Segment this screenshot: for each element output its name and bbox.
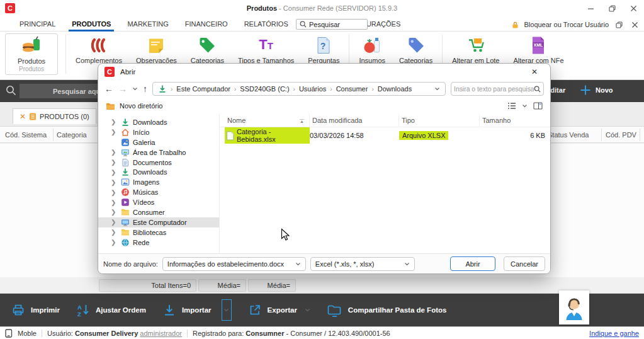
- up-icon[interactable]: ↑: [143, 84, 147, 94]
- expand-chevron-icon[interactable]: ❯: [111, 229, 117, 236]
- tree-item-label: Imagens: [133, 178, 159, 186]
- menu-tab-produtos[interactable]: PRODUTOS: [64, 17, 119, 32]
- file-row[interactable]: Categoria - Bebidas.xlsx03/03/2026 14:58…: [220, 127, 550, 139]
- app-window: C Produtos - Consumer Rede (SERVIDOR) 15…: [0, 0, 644, 339]
- tree-item-label: Galeria: [133, 139, 155, 146]
- dialog-close-icon[interactable]: ✕: [525, 67, 544, 76]
- importar-button[interactable]: Importar: [162, 303, 212, 317]
- ribbon-button-alterar-com-nfe[interactable]: XMLAlterar com NFe: [506, 33, 570, 64]
- tree-item-músicas[interactable]: ❯Músicas: [98, 187, 219, 197]
- ribbon-button-tipos-e-tamanhos[interactable]: TTTipos e Tamanhos: [231, 33, 301, 64]
- maximize-icon[interactable]: [601, 0, 623, 17]
- menu-tab-marketing[interactable]: MARKETING: [119, 17, 176, 32]
- tree-item-imagens[interactable]: ❯Imagens: [98, 177, 219, 187]
- ribbon-button-categorias[interactable]: Categorias: [184, 33, 231, 64]
- tree-item-este-computador[interactable]: ❯Este Computador: [98, 217, 219, 227]
- tree-item-label: Início: [133, 129, 149, 136]
- tree-item-vídeos[interactable]: ❯Vídeos: [98, 197, 219, 207]
- expand-chevron-icon[interactable]: ❯: [111, 239, 117, 246]
- expand-chevron-icon[interactable]: ❯: [111, 118, 117, 125]
- ribbon-search-input[interactable]: Pesquisar: [296, 19, 368, 30]
- column-header[interactable]: Status Venda: [548, 131, 589, 139]
- expand-chevron-icon[interactable]: ❯: [111, 199, 117, 206]
- expand-chevron-icon[interactable]: ❯: [111, 219, 117, 226]
- tree-item-consumer[interactable]: ❯Consumer: [98, 207, 219, 217]
- dropdown-chevron-icon[interactable]: [305, 308, 310, 312]
- forward-icon[interactable]: →: [118, 84, 127, 94]
- tree-item-rede[interactable]: ❯Rede: [98, 238, 219, 248]
- filename-combobox[interactable]: Informações do estabelecimento.docx: [162, 257, 306, 271]
- ajustar-ordem-button[interactable]: AZAjustar Ordem: [76, 303, 146, 317]
- cancel-button[interactable]: Cancelar: [504, 256, 545, 271]
- tree-item-galeria[interactable]: Galeria: [98, 137, 219, 147]
- menu-tab-financeiro[interactable]: FINANCEIRO: [177, 17, 236, 32]
- ribbon-separator: [65, 35, 66, 74]
- preview-pane-icon[interactable]: [533, 102, 543, 110]
- tab-produtos[interactable]: ✕ PRODUTOS (0): [13, 108, 96, 124]
- ribbon-button-perguntas[interactable]: ?Perguntas: [301, 33, 346, 64]
- history-chevron-icon[interactable]: [132, 87, 138, 91]
- column-header[interactable]: Categoria: [57, 131, 87, 139]
- menu-tab-principal[interactable]: PRINCIPAL: [11, 17, 64, 32]
- expand-chevron-icon[interactable]: ❯: [111, 179, 117, 186]
- expand-chevron-icon[interactable]: ❯: [111, 209, 117, 215]
- expand-chevron-icon[interactable]: ❯: [111, 189, 117, 196]
- tree-item-início[interactable]: ❯Início: [98, 127, 219, 137]
- menu-tab-relatórios[interactable]: RELATÓRIOS: [236, 17, 297, 32]
- expand-chevron-icon[interactable]: ❯: [111, 149, 117, 156]
- minimize-icon[interactable]: [580, 0, 601, 17]
- column-header[interactable]: Data modificada: [310, 114, 399, 127]
- imprimir-button[interactable]: Imprimir: [11, 303, 60, 317]
- breadcrumb-item[interactable]: Downloads: [378, 85, 412, 93]
- tree-item-documentos[interactable]: ❯Documentos: [98, 158, 219, 168]
- expand-chevron-icon[interactable]: ❯: [111, 129, 117, 135]
- close-tab-icon[interactable]: [629, 21, 640, 28]
- referral-link[interactable]: Indique e ganhe: [589, 330, 639, 337]
- filetype-combobox[interactable]: Excel (*.xls, *, xlsx): [310, 257, 415, 271]
- lock-icon: [511, 21, 519, 29]
- restore-icon[interactable]: [613, 21, 624, 28]
- open-button[interactable]: Abrir: [450, 256, 495, 271]
- back-icon[interactable]: ←: [105, 84, 113, 94]
- dialog-search-input[interactable]: Insira o texto para pesquisar...: [451, 82, 544, 96]
- tree-item-área-de-trabalho[interactable]: ❯Área de Trabalho: [98, 147, 219, 158]
- ribbon-button-complementos[interactable]: Complementos: [69, 33, 129, 64]
- list-view-icon[interactable]: [507, 102, 516, 110]
- expand-chevron-icon[interactable]: ❯: [111, 159, 117, 166]
- column-header[interactable]: Cód. PDV: [606, 131, 636, 139]
- breadcrumb-item[interactable]: SSD240GB (C:): [240, 85, 289, 93]
- breadcrumb-item[interactable]: Consumer: [336, 85, 368, 93]
- column-header[interactable]: Tipo: [399, 114, 480, 127]
- file-type: Arquivo XLSX: [399, 131, 448, 140]
- chevron-down-icon[interactable]: [434, 87, 440, 91]
- tree-item-downloads[interactable]: ❯Downloads: [98, 167, 219, 177]
- dropdown-chevron-icon[interactable]: [222, 299, 232, 321]
- column-header[interactable]: Tamanho: [480, 114, 550, 127]
- breadcrumb-item[interactable]: Este Computador: [176, 85, 230, 93]
- svg-text:A: A: [77, 304, 82, 311]
- ribbon-button-alterar-em-lote[interactable]: Alterar em Lote: [445, 33, 506, 64]
- breadcrumb-item[interactable]: Usuários: [299, 85, 326, 93]
- support-avatar[interactable]: [559, 290, 589, 325]
- summary-box: Média=: [198, 279, 246, 292]
- new-button[interactable]: Novo: [580, 84, 613, 96]
- exportar-button[interactable]: Exportar: [248, 303, 297, 317]
- tree-item-downloads[interactable]: ❯Downloads: [98, 117, 219, 127]
- compartilhar-pasta-de-fotos-button[interactable]: Compartilhar Pasta de Fotos: [327, 304, 447, 317]
- tree-item-bibliotecas[interactable]: ❯Bibliotecas: [98, 227, 219, 238]
- column-header[interactable]: Cód. Sistema: [5, 131, 47, 139]
- close-icon[interactable]: [623, 0, 644, 17]
- ribbon-button-insumos[interactable]: Insumos: [352, 33, 392, 64]
- toolbar-button-label: Compartilhar Pasta de Fotos: [348, 306, 447, 314]
- view-chevron-icon[interactable]: [522, 104, 528, 108]
- lock-user-button[interactable]: Bloquear ou Trocar Usuário: [524, 21, 609, 28]
- breadcrumb[interactable]: ›Este Computador›SSD240GB (C:)›Usuários›…: [152, 82, 446, 96]
- administrator-link[interactable]: administrador: [140, 330, 182, 337]
- ribbon-button-produtos[interactable]: Produtos: [11, 34, 52, 65]
- expand-chevron-icon[interactable]: ❯: [111, 169, 117, 176]
- ribbon-button-categorias[interactable]: Categorias: [392, 33, 439, 64]
- column-header[interactable]: Nome—▲: [225, 114, 310, 127]
- tree-item-label: Bibliotecas: [133, 229, 166, 236]
- new-directory-button[interactable]: Novo diretório: [120, 102, 162, 110]
- ribbon-button-observações[interactable]: Observações: [129, 33, 184, 64]
